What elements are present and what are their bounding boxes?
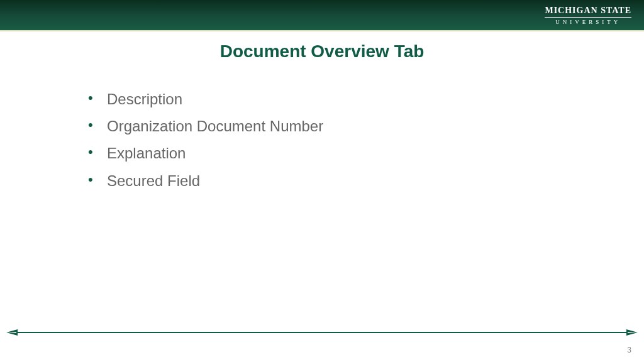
slide-title: Document Overview Tab — [0, 41, 644, 62]
logo-sub-text: UNIVERSITY — [545, 19, 631, 25]
bullet-list: Description Organization Document Number… — [88, 85, 644, 194]
list-item: Description — [88, 85, 644, 112]
svg-marker-0 — [6, 329, 18, 332]
list-item: Secured Field — [88, 167, 644, 194]
svg-marker-3 — [626, 329, 638, 332]
header-band: MICHIGAN STATE UNIVERSITY — [0, 0, 644, 30]
list-item: Explanation — [88, 140, 644, 167]
svg-marker-1 — [6, 332, 18, 336]
page-number: 3 — [627, 346, 631, 354]
list-item: Organization Document Number — [88, 112, 644, 140]
footer-divider-arrow — [6, 328, 638, 337]
university-logo: MICHIGAN STATE UNIVERSITY — [545, 6, 631, 25]
logo-main-text: MICHIGAN STATE — [545, 6, 631, 18]
svg-marker-4 — [626, 332, 638, 336]
svg-rect-2 — [16, 332, 628, 333]
slide-content: Description Organization Document Number… — [88, 85, 644, 194]
